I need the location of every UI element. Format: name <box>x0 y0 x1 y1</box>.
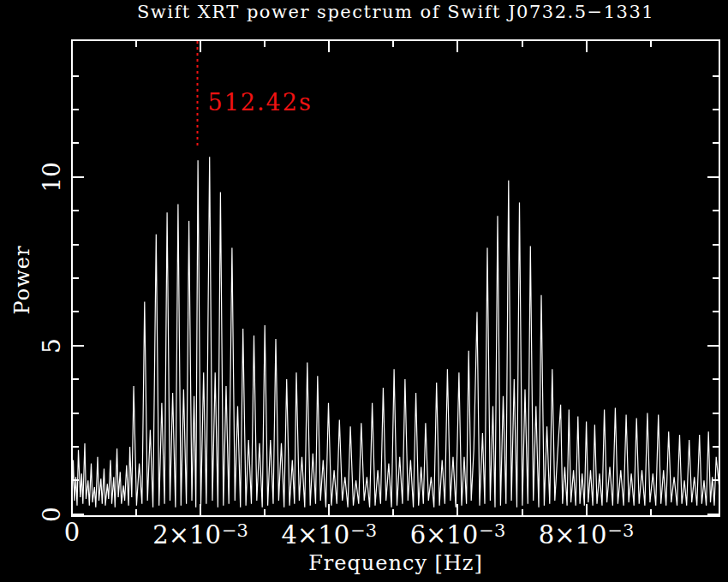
power-spectrum-plot <box>0 0 728 582</box>
x-tick-label: 6×10−3 <box>410 518 506 549</box>
spectrum-series <box>72 157 719 508</box>
x-tick-label: 8×10−3 <box>539 518 635 549</box>
y-tick-label: 0 <box>38 507 66 522</box>
x-tick-label: 2×10−3 <box>152 518 248 549</box>
y-tick-label: 10 <box>38 162 66 193</box>
x-axis-label: Frequency [Hz] <box>72 551 719 575</box>
x-tick-label: 4×10−3 <box>281 518 377 549</box>
period-marker-label: 512.42s <box>208 89 313 116</box>
x-tick-label: 0 <box>64 518 80 547</box>
y-axis-label: Power <box>10 246 34 315</box>
y-tick-label: 5 <box>38 338 66 353</box>
